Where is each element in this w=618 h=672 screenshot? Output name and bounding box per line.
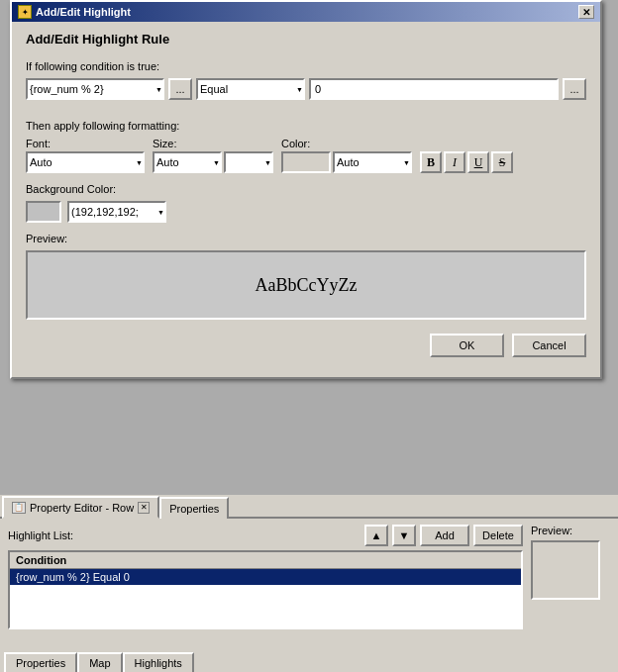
condition-field-wrapper: {row_num % 2} — [26, 78, 164, 100]
strikethrough-button[interactable]: S — [491, 151, 513, 173]
tab-properties-label: Properties — [169, 503, 219, 515]
preview-box: AaBbCcYyZz — [26, 250, 586, 320]
prop-editor-content: Highlight List: ▲ ▼ Add Delete Condition… — [0, 519, 618, 635]
bold-button[interactable]: B — [420, 151, 442, 173]
prop-preview-label: Preview: — [531, 525, 572, 536]
bgcolor-section: Background Color: (192,192,192; — [26, 183, 586, 223]
preview-text: AaBbCcYyZz — [256, 275, 358, 296]
prop-content: Highlight List: ▲ ▼ Add Delete Condition… — [8, 525, 610, 629]
dialog-heading: Add/Edit Highlight Rule — [26, 32, 586, 47]
formatting-label: Then apply following formatting: — [26, 120, 586, 132]
condition-operator-select[interactable]: Equal — [196, 78, 305, 100]
font-label: Font: — [26, 138, 145, 149]
font-select[interactable]: Auto — [26, 151, 145, 173]
condition-value-ellipsis-button[interactable]: ... — [563, 78, 586, 100]
style-buttons: B I U S — [420, 151, 513, 173]
color-select[interactable]: Auto — [333, 151, 412, 173]
dialog-close-button[interactable]: ✕ — [578, 5, 594, 19]
titlebar-left: ✦ Add/Edit Highlight — [18, 5, 131, 19]
preview-section: Preview: AaBbCcYyZz — [26, 233, 586, 320]
tab-properties[interactable]: Properties — [159, 497, 229, 519]
size-extra-wrapper — [224, 151, 273, 173]
dialog-icon: ✦ — [18, 5, 32, 19]
bottom-tab-properties-label: Properties — [16, 657, 65, 669]
bottom-tab-map[interactable]: Map — [77, 652, 122, 672]
tab-close-button[interactable]: ✕ — [138, 502, 150, 514]
tab-bar: 📋 Property Editor - Row ✕ Properties — [0, 495, 618, 519]
list-item[interactable]: {row_num % 2} Equal 0 — [10, 569, 521, 585]
delete-highlight-button[interactable]: Delete — [473, 525, 523, 546]
condition-section-label: If following condition is true: — [26, 60, 586, 72]
condition-operator-wrapper: Equal — [196, 78, 305, 100]
condition-field-ellipsis-button[interactable]: ... — [168, 78, 192, 100]
dialog-content: Add/Edit Highlight Rule If following con… — [12, 22, 600, 377]
right-preview: Preview: — [531, 525, 610, 629]
formatting-section: Then apply following formatting: Font: A… — [26, 120, 586, 173]
property-editor-panel: 📋 Property Editor - Row ✕ Properties Hig… — [0, 495, 618, 672]
bottom-tab-properties[interactable]: Properties — [4, 652, 77, 672]
color-select-wrapper: Auto — [333, 151, 412, 173]
condition-row: {row_num % 2} ... Equal ... — [26, 78, 586, 100]
bgcolor-swatch — [26, 201, 61, 223]
highlight-list-box[interactable]: Condition {row_num % 2} Equal 0 — [8, 550, 523, 629]
left-content: Highlight List: ▲ ▼ Add Delete Condition… — [8, 525, 523, 629]
condition-field-select[interactable]: {row_num % 2} — [26, 78, 164, 100]
cancel-button[interactable]: Cancel — [512, 334, 586, 357]
color-group: Color: Auto — [281, 138, 412, 173]
italic-button[interactable]: I — [444, 151, 465, 173]
color-label: Color: — [281, 138, 412, 149]
tab-editor-label: Property Editor - Row — [30, 502, 134, 514]
highlight-list-label: Highlight List: — [8, 529, 360, 541]
tab-editor-icon: 📋 — [12, 502, 26, 514]
dialog-title: Add/Edit Highlight — [36, 6, 131, 18]
size-label: Size: — [153, 138, 273, 149]
color-preview — [281, 151, 331, 173]
bgcolor-select-wrapper: (192,192,192; — [67, 201, 166, 223]
highlight-dialog: ✦ Add/Edit Highlight ✕ Add/Edit Highligh… — [10, 0, 602, 379]
preview-label: Preview: — [26, 233, 586, 244]
underline-button[interactable]: U — [467, 151, 489, 173]
bgcolor-row: (192,192,192; — [26, 201, 586, 223]
bottom-tabs: Properties Map Highlights — [0, 650, 198, 672]
ok-button[interactable]: OK — [430, 334, 504, 357]
size-extra-select[interactable] — [224, 151, 273, 173]
bgcolor-select[interactable]: (192,192,192; — [67, 201, 166, 223]
up-arrow-button[interactable]: ▲ — [364, 525, 388, 546]
size-select-wrapper: Auto — [153, 151, 222, 173]
bottom-tab-map-label: Map — [89, 657, 110, 669]
size-select[interactable]: Auto — [153, 151, 222, 173]
down-arrow-button[interactable]: ▼ — [392, 525, 416, 546]
add-highlight-button[interactable]: Add — [420, 525, 469, 546]
size-group: Size: Auto — [153, 138, 273, 173]
highlight-list-header: Highlight List: ▲ ▼ Add Delete — [8, 525, 523, 546]
font-group: Font: Auto — [26, 138, 145, 173]
dialog-buttons: OK Cancel — [26, 334, 586, 367]
bottom-tab-highlights[interactable]: Highlights — [123, 652, 194, 672]
dialog-titlebar: ✦ Add/Edit Highlight ✕ — [12, 2, 600, 22]
font-select-wrapper: Auto — [26, 151, 145, 173]
bgcolor-label: Background Color: — [26, 183, 586, 195]
formatting-row: Font: Auto Size: Auto — [26, 138, 586, 173]
prop-preview-box — [531, 540, 600, 600]
condition-value-input[interactable] — [309, 78, 559, 100]
tab-property-editor[interactable]: 📋 Property Editor - Row ✕ — [2, 496, 159, 519]
list-header: Condition — [10, 552, 521, 569]
bottom-tab-highlights-label: Highlights — [135, 657, 182, 669]
